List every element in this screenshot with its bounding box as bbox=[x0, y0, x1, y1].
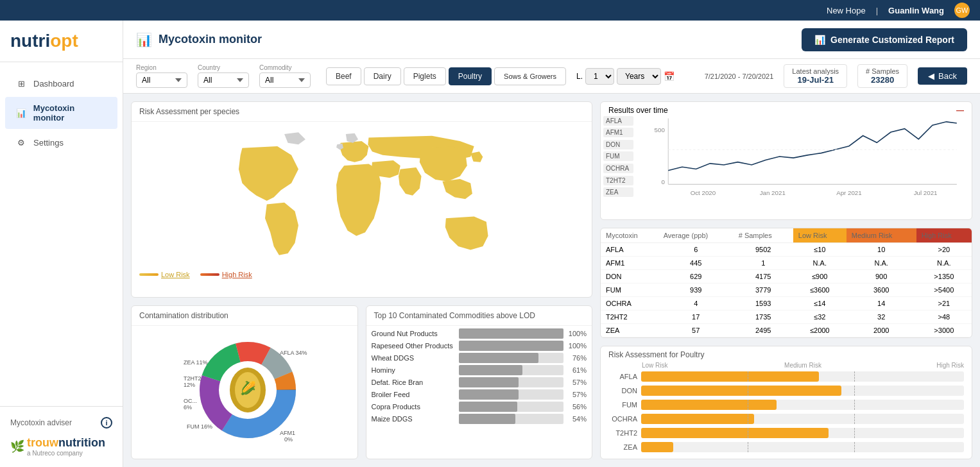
risk-bar-label: FUM bbox=[608, 401, 637, 409]
td-avg: 939 bbox=[658, 284, 734, 297]
td-low: ≤900 bbox=[793, 270, 847, 284]
risk-assess-zones: Low Risk Medium Risk High Risk AFLA DON bbox=[601, 359, 972, 459]
risk-bar-track bbox=[641, 371, 964, 382]
zea-label: ZEA 11% bbox=[184, 359, 208, 366]
map-container bbox=[132, 122, 592, 266]
title-text: Mycotoxin monitor bbox=[159, 33, 262, 46]
back-button[interactable]: ◀ Back bbox=[918, 67, 967, 85]
td-med: N.A. bbox=[847, 257, 916, 270]
top10-row: Maize DDGS 54% bbox=[372, 414, 587, 424]
bottom-row: Contamination distribution bbox=[131, 305, 592, 459]
td-samples: 1735 bbox=[734, 310, 793, 324]
top10-bar-track bbox=[459, 341, 564, 351]
content-header: 📊 Mycotoxin monitor 📊 Generate Customize… bbox=[123, 21, 980, 59]
left-column: Risk Assessment per species bbox=[131, 101, 592, 459]
filters-bar: Region All Country All Commodity All Bee… bbox=[123, 59, 980, 94]
oc-label: OC... bbox=[184, 398, 197, 404]
legend-high-label: High Risk bbox=[222, 271, 252, 278]
years-select[interactable]: Years bbox=[617, 68, 661, 85]
td-avg: 629 bbox=[658, 270, 734, 284]
sidebar-item-dashboard[interactable]: ⊞ Dashboard bbox=[5, 71, 117, 96]
info-icon[interactable]: i bbox=[101, 417, 112, 429]
commodity-select[interactable]: All bbox=[259, 72, 311, 88]
results-panel: Results over time — AFLAAFM1DONFUMOCHRAT… bbox=[600, 101, 972, 220]
map-legend: Low Risk High Risk bbox=[132, 266, 592, 284]
svg-text:500: 500 bbox=[655, 126, 666, 133]
top10-bar-fill bbox=[459, 402, 518, 412]
sidebar-item-label: Settings bbox=[33, 138, 64, 148]
myc-label-fum: FUM bbox=[603, 151, 633, 161]
generate-report-button[interactable]: 📊 Generate Customized Report bbox=[802, 28, 967, 51]
td-samples: 2495 bbox=[734, 324, 793, 337]
afm1-pct-label: 0% bbox=[284, 436, 293, 443]
top10-item-label: Ground Nut Products bbox=[372, 330, 455, 337]
latest-analysis-value: 19-Jul-21 bbox=[792, 75, 839, 85]
afla-label: AFLA 34% bbox=[280, 350, 307, 356]
td-mycotoxin: AFLA bbox=[601, 243, 658, 257]
top10-bar-track bbox=[459, 377, 564, 387]
td-med: 10 bbox=[847, 243, 916, 257]
td-low: ≤10 bbox=[793, 243, 847, 257]
svg-text:🌽: 🌽 bbox=[239, 380, 255, 396]
piglets-button[interactable]: Piglets bbox=[404, 67, 446, 85]
risk-assess-header: Risk Assessment for Poultry bbox=[601, 346, 972, 359]
page-title: 📊 Mycotoxin monitor bbox=[136, 32, 262, 47]
td-samples: 3779 bbox=[734, 284, 793, 297]
top10-bar-track bbox=[459, 389, 564, 400]
risk-bar-label: ZEA bbox=[608, 443, 637, 451]
top10-bar-fill bbox=[459, 353, 538, 363]
top10-item-pct: 100% bbox=[567, 330, 587, 337]
svg-text:0: 0 bbox=[661, 178, 665, 185]
risk-bar-row: AFLA bbox=[608, 371, 964, 382]
top10-bar-track bbox=[459, 328, 564, 339]
risk-assessment-panel: Risk Assessment for Poultry Low Risk Med… bbox=[600, 346, 972, 459]
brand-logo: 🌿 trouw nutrition a Nutreco company bbox=[10, 436, 112, 457]
country-select[interactable]: All bbox=[198, 72, 249, 88]
td-avg: 57 bbox=[658, 324, 734, 337]
dairy-button[interactable]: Dairy bbox=[364, 67, 401, 85]
chart-icon: 📊 bbox=[136, 32, 152, 47]
japan bbox=[470, 151, 483, 162]
td-med: 2000 bbox=[847, 324, 916, 337]
contamination-title: Contamination distribution bbox=[132, 306, 357, 326]
table-row: FUM 939 3779 ≤3600 3600 >5400 bbox=[601, 284, 972, 297]
t2ht2-label: T2HT2 bbox=[184, 375, 202, 382]
td-med: 3600 bbox=[847, 284, 916, 297]
td-high: N.A. bbox=[916, 257, 972, 270]
scandinavia bbox=[346, 133, 358, 143]
sows-growers-button[interactable]: Sows & Growers bbox=[494, 67, 566, 85]
top10-row: Defat. Rice Bran 57% bbox=[372, 377, 587, 387]
results-header: Results over time — bbox=[601, 102, 972, 115]
top10-item-pct: 56% bbox=[567, 403, 587, 411]
top10-row: Hominy 61% bbox=[372, 365, 587, 375]
td-avg: 6 bbox=[658, 243, 734, 257]
risk-table-panel: Mycotoxin Average (ppb) # Samples Low Ri… bbox=[600, 228, 972, 338]
region-select[interactable]: All bbox=[136, 72, 187, 88]
top10-bar-fill bbox=[459, 365, 523, 375]
top10-item-label: Copra Products bbox=[372, 403, 455, 411]
level-select[interactable]: 1 bbox=[585, 68, 614, 85]
risk-bar-track bbox=[641, 386, 964, 396]
top10-item-pct: 57% bbox=[567, 378, 587, 386]
top10-item-label: Rapeseed Other Products bbox=[372, 342, 455, 350]
td-samples: 9502 bbox=[734, 243, 793, 257]
legend-low-color bbox=[139, 273, 159, 276]
top10-bar-fill bbox=[459, 328, 564, 339]
risk-bar-fill bbox=[641, 371, 819, 382]
minimize-icon[interactable]: — bbox=[956, 106, 964, 115]
td-mycotoxin: DON bbox=[601, 270, 658, 284]
top10-panel: Top 10 Contaminated Commodities above LO… bbox=[366, 305, 593, 459]
td-low: ≤3600 bbox=[793, 284, 847, 297]
risk-bar-label: T2HT2 bbox=[608, 429, 637, 437]
td-med: 32 bbox=[847, 310, 916, 324]
poultry-button[interactable]: Poultry bbox=[449, 67, 492, 85]
beef-button[interactable]: Beef bbox=[326, 67, 361, 85]
td-avg: 445 bbox=[658, 257, 734, 270]
sidebar-item-mycotoxin-monitor[interactable]: 📊 Mycotoxin monitor bbox=[5, 97, 117, 129]
sidebar-item-settings[interactable]: ⚙ Settings bbox=[5, 130, 117, 155]
td-avg: 4 bbox=[658, 297, 734, 310]
top10-item-label: Broiler Feed bbox=[372, 391, 455, 398]
back-icon: ◀ bbox=[928, 71, 934, 81]
analysis-info: 7/21/2020 - 7/20/2021 Latest analysis 19… bbox=[705, 64, 967, 88]
company-name: New Hope bbox=[827, 6, 866, 15]
